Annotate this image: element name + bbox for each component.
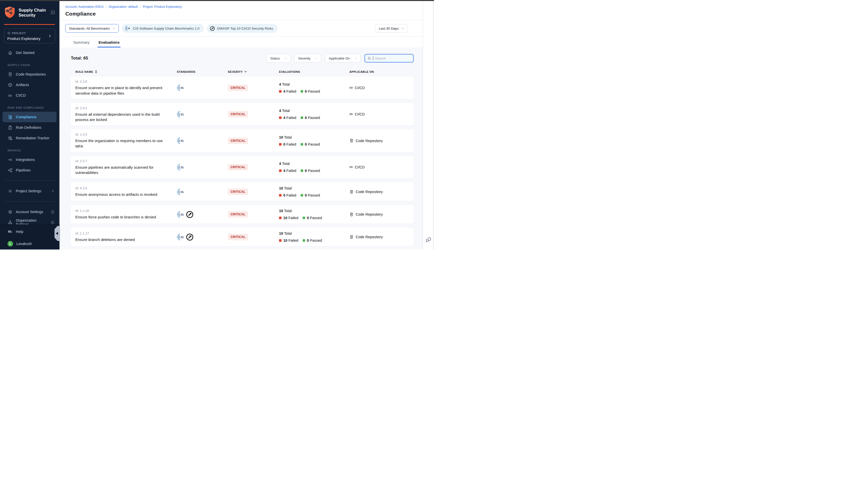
table-row[interactable]: Id: 2.3.7 Ensure pipelines are automatic… <box>71 156 414 179</box>
standards-cell: CIS <box>177 188 228 196</box>
chevron-down-icon <box>354 57 358 60</box>
owasp-logo-icon <box>186 210 194 218</box>
breadcrumb-separator-icon: › <box>140 5 141 9</box>
sidebar-item-cicd[interactable]: ∞ CI/CD <box>0 90 59 101</box>
chevron-right-icon <box>51 189 55 193</box>
project-cube-icon <box>7 32 11 35</box>
compliance-doc-icon <box>8 114 13 120</box>
sidebar-item-project-settings[interactable]: Project Settings <box>0 186 59 196</box>
evaluations-cell: 4 Total 4 Failed 0 Passed <box>279 109 349 120</box>
passed-indicator <box>301 90 303 93</box>
apps-grid-icon[interactable] <box>51 10 55 15</box>
sidebar-item-pipelines[interactable]: Pipelines <box>0 165 59 175</box>
chip-label: OWASP Top 10 CI/CD Security Risks <box>217 27 273 31</box>
sidebar-item-label: CI/CD <box>16 93 26 97</box>
applicable-on-label: Code Repository <box>355 190 383 194</box>
svg-text:CIS: CIS <box>179 139 184 143</box>
cis-benchmark-chip[interactable]: CIS CIS Software Supply Chain Benchmarks… <box>122 24 204 33</box>
table-row[interactable]: Id: 1.1.17 Ensure branch deletions are d… <box>71 228 414 246</box>
applicable-on-cell: </> Code Repository <box>349 138 409 143</box>
sidebar-item-integrations[interactable]: Integrations <box>0 154 59 165</box>
sidebar-item-compliance[interactable]: Compliance <box>2 112 57 122</box>
column-header-rule-name[interactable]: RULE NAME <box>75 70 177 74</box>
sidebar-nav: Get Started SUPPLY CHAIN </> Code Reposi… <box>0 47 59 228</box>
cis-logo-icon: CIS <box>177 188 184 196</box>
severity-filter-dropdown[interactable]: Severity <box>294 54 321 62</box>
svg-text:?: ? <box>9 230 10 232</box>
svg-text:CIS: CIS <box>179 86 184 89</box>
table-row[interactable]: Id: 2.4.2 Ensure all external dependenci… <box>71 103 414 126</box>
column-header-evaluations[interactable]: EVALUATIONS <box>279 70 349 73</box>
rule-name: Ensure all external dependencies used in… <box>75 112 164 123</box>
column-header-standards[interactable]: STANDARDS <box>177 70 228 73</box>
sidebar-item-rule-definitions[interactable]: Rule Definitions <box>0 122 59 133</box>
failed-indicator <box>279 194 281 196</box>
severity-badge: CRITICAL <box>228 234 248 240</box>
search-input[interactable] <box>375 57 411 60</box>
info-icon[interactable] <box>51 210 55 214</box>
status-filter-dropdown[interactable]: Status <box>266 54 291 62</box>
breadcrumb-project-link[interactable]: Project: Product Exploratory <box>143 5 182 9</box>
applicable-on-filter-dropdown[interactable]: Applicable On <box>325 54 361 62</box>
table-row[interactable]: Id: 4.2.5 Ensure anonymous access to art… <box>71 182 414 201</box>
applicable-on-label: Code Repository <box>355 212 383 216</box>
status-filter-label: Status <box>270 57 280 60</box>
severity-badge: CRITICAL <box>228 137 248 144</box>
brand-shield-logo-icon <box>4 6 15 20</box>
info-icon[interactable] <box>51 221 55 224</box>
column-header-applicable-on[interactable]: APPLICABLE ON <box>349 70 409 73</box>
sidebar-item-get-started[interactable]: Get Started <box>0 47 59 58</box>
sort-desc-icon <box>244 70 247 73</box>
sidebar-item-artifacts[interactable]: Artifacts <box>0 80 59 90</box>
clipboard-check-icon <box>8 125 13 130</box>
remediation-box-icon <box>8 135 13 141</box>
code-repository-icon: </> <box>349 138 354 143</box>
standards-dropdown[interactable]: Standards: All Benchmarks <box>65 24 119 33</box>
breadcrumb-account-link[interactable]: Account: Automation-SSCA <box>65 5 104 9</box>
cicd-icon: ∞ <box>349 111 353 117</box>
standards-cell: CIS <box>177 137 228 145</box>
tab-summary[interactable]: Summary <box>73 40 89 47</box>
rule-name: Ensure anonymous access to artifacts is … <box>75 192 164 197</box>
evaluations-cell: 4 Total 4 Failed 0 Passed <box>279 162 349 173</box>
search-field <box>364 54 414 62</box>
rule-name: Ensure branch deletions are denied <box>75 237 164 242</box>
owasp-chip[interactable]: OWASP Top 10 CI/CD Security Risks <box>207 24 277 33</box>
sidebar-item-label: Get Started <box>16 51 34 55</box>
sidebar-item-account-settings[interactable]: Account Settings <box>0 207 59 217</box>
sidebar-item-remediation-tracker[interactable]: Remediation Tracker <box>0 133 59 143</box>
cicd-icon: ∞ <box>349 164 353 169</box>
table-row[interactable]: Id: 2.3.8 Ensure scanners are in place t… <box>71 76 414 99</box>
evaluations-cell: 10 Total 0 Failed 0 Passed <box>279 135 349 146</box>
tab-evaluations[interactable]: Evaluations <box>98 40 120 47</box>
search-icon <box>367 57 371 60</box>
table-row[interactable]: Id: 1.1.16 Ensure force pushes code to b… <box>71 205 414 224</box>
failed-indicator <box>279 239 281 242</box>
scrollbar-track[interactable] <box>433 1 434 250</box>
sidebar-item-label: Artifacts <box>16 83 29 87</box>
sidebar-item-user[interactable]: L Lavakush <box>0 239 60 249</box>
applicable-on-cell: </> Code Repository <box>349 235 409 239</box>
breadcrumb-organization-link[interactable]: Organization: default <box>109 5 137 9</box>
rule-id: Id: 2.4.2 <box>75 106 177 110</box>
table-header-row: RULE NAME STANDARDS SEVERITY EVAL <box>71 62 414 76</box>
rule-id: Id: 4.2.5 <box>75 186 177 190</box>
code-repository-icon: </> <box>349 190 354 194</box>
table-toolbar: Total: 65 Status Severity <box>71 47 414 62</box>
artifacts-cube-icon <box>8 82 13 87</box>
standards-cell: CIS <box>177 84 228 92</box>
sidebar-item-label: Help <box>16 230 23 234</box>
column-header-severity[interactable]: SEVERITY <box>228 70 279 73</box>
table-row[interactable]: Id: 1.3.5 Ensure the organization is req… <box>71 130 414 152</box>
sidebar-item-code-repositories[interactable]: </> Code Repositories <box>0 69 59 80</box>
breadcrumb: Account: Automation-SSCA › Organization:… <box>60 1 423 9</box>
chevron-down-icon <box>112 27 116 30</box>
date-range-dropdown[interactable]: Last 30 Days <box>375 24 408 33</box>
sidebar-item-help[interactable]: ? Help <box>0 227 60 237</box>
chat-support-icon[interactable] <box>425 236 432 244</box>
cis-logo-icon: CIS <box>177 210 184 218</box>
svg-text:</>: </> <box>351 214 352 215</box>
project-selector[interactable]: PROJECT Product Exploratory <box>4 28 55 44</box>
section-risk-and-compliance: RISK AND COMPLIANCE <box>0 106 59 109</box>
chevron-down-icon <box>315 57 318 60</box>
